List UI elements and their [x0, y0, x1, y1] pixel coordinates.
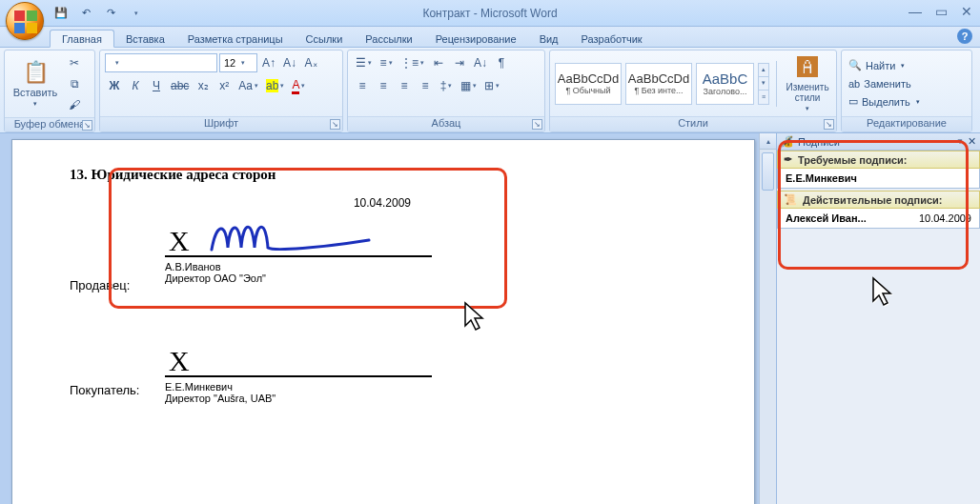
- signature-line-buyer: X: [165, 339, 432, 377]
- required-signer-item[interactable]: Е.Е.Минкевич: [777, 169, 980, 189]
- qat-customize-icon[interactable]: [126, 4, 145, 23]
- bold-button[interactable]: Ж: [105, 76, 124, 95]
- window-title: Контракт - Microsoft Word: [0, 7, 980, 20]
- signer-title: Директор ОАО "Эол": [165, 272, 697, 284]
- underline-button[interactable]: Ч: [147, 76, 166, 95]
- signatures-icon: 🔏: [781, 135, 794, 148]
- tab-insert[interactable]: Вставка: [114, 30, 176, 47]
- redo-icon[interactable]: ↷: [101, 4, 120, 23]
- scroll-thumb[interactable]: [762, 152, 774, 191]
- signature-block-buyer[interactable]: Покупатель: X Е.Е.Минкевич Директор "Auš…: [70, 335, 697, 408]
- clipboard-launcher[interactable]: ↘: [82, 120, 92, 131]
- scroll-up-icon[interactable]: ▴: [760, 133, 776, 150]
- cut-icon[interactable]: ✂: [65, 53, 84, 72]
- signature-date: 10.04.2009: [354, 196, 411, 210]
- tab-pagelayout[interactable]: Разметка страницы: [176, 30, 295, 47]
- signer-name: А.В.Иванов: [165, 261, 697, 272]
- maximize-button[interactable]: ▭: [935, 4, 948, 19]
- document-scrollbar[interactable]: ▴: [759, 133, 776, 504]
- handwritten-signature: [207, 213, 388, 259]
- clear-format-icon[interactable]: Aₓ: [301, 53, 320, 72]
- close-button[interactable]: ✕: [961, 4, 972, 19]
- group-clipboard: 📋 Вставить ▾ ✂ ⧉ 🖌 Буфер обмена↘: [4, 50, 95, 132]
- tab-view[interactable]: Вид: [528, 30, 570, 47]
- decrease-indent-button[interactable]: ⇤: [429, 53, 448, 72]
- group-styles: AaBbCcDd ¶ Обычный AaBbCcDd ¶ Без инте..…: [549, 50, 837, 132]
- panel-header: 🔏 Подписи ▼ ✕: [777, 133, 980, 151]
- style-heading1[interactable]: AaBbC Заголово...: [696, 63, 754, 105]
- font-size-combo[interactable]: 12▾: [219, 53, 257, 72]
- signatures-panel: 🔏 Подписи ▼ ✕ ✒ Требуемые подписи: Е.Е.М…: [776, 133, 980, 504]
- multilevel-button[interactable]: ⋮≡: [398, 53, 427, 72]
- italic-button[interactable]: К: [126, 76, 145, 95]
- copy-icon[interactable]: ⧉: [65, 74, 84, 93]
- group-clipboard-label: Буфер обмена: [14, 118, 86, 130]
- find-icon: 🔍: [848, 59, 862, 71]
- panel-menu-icon[interactable]: ▼: [956, 137, 964, 146]
- signature-x-mark: X: [169, 345, 190, 377]
- paste-label: Вставить: [13, 87, 58, 98]
- styles-launcher[interactable]: ↘: [824, 119, 834, 130]
- change-styles-button[interactable]: 🅰 Изменить стили ▾: [784, 55, 831, 112]
- select-button[interactable]: ▭Выделить▾: [847, 93, 922, 111]
- ribbon: 📋 Вставить ▾ ✂ ⧉ 🖌 Буфер обмена↘ ▾ 12▾ A…: [0, 48, 980, 133]
- tab-home[interactable]: Главная: [50, 30, 114, 48]
- find-button[interactable]: 🔍Найти▾: [847, 57, 922, 74]
- document-area[interactable]: 13. Юридические адреса сторон 10.04.2009…: [0, 133, 776, 504]
- paragraph-launcher[interactable]: ↘: [532, 119, 542, 130]
- sort-button[interactable]: A↓: [471, 53, 490, 72]
- tab-developer[interactable]: Разработчик: [570, 30, 654, 47]
- increase-indent-button[interactable]: ⇥: [450, 53, 469, 72]
- cert-icon: 📜: [784, 193, 797, 206]
- change-styles-icon: 🅰: [797, 55, 818, 80]
- office-button[interactable]: [6, 2, 44, 40]
- font-launcher[interactable]: ↘: [330, 119, 340, 130]
- valid-signer-item[interactable]: Алексей Иван... 10.04.2009: [777, 209, 980, 229]
- tab-mailings[interactable]: Рассылки: [354, 30, 423, 47]
- panel-title: Подписи: [798, 136, 840, 148]
- strike-button[interactable]: abc: [168, 76, 192, 95]
- tab-review[interactable]: Рецензирование: [424, 30, 528, 47]
- subscript-button[interactable]: x₂: [194, 76, 213, 95]
- font-color-button[interactable]: A: [289, 76, 308, 95]
- tab-references[interactable]: Ссылки: [295, 30, 355, 47]
- style-nospacing[interactable]: AaBbCcDd ¶ Без инте...: [625, 63, 692, 105]
- shrink-font-icon[interactable]: A↓: [280, 53, 299, 72]
- line-spacing-button[interactable]: ‡: [437, 76, 456, 95]
- grow-font-icon[interactable]: A↑: [259, 53, 278, 72]
- numbering-button[interactable]: ≡: [377, 53, 396, 72]
- valid-signatures-header: 📜 Действительные подписи:: [777, 191, 980, 209]
- style-normal[interactable]: AaBbCcDd ¶ Обычный: [555, 63, 622, 105]
- signature-line-seller: X: [165, 219, 432, 257]
- quick-access-toolbar: 💾 ↶ ↷: [51, 4, 145, 23]
- change-case-button[interactable]: Aa: [235, 76, 261, 95]
- highlight-button[interactable]: ab: [263, 76, 287, 95]
- signer-title-2: Директор "Aušra, UAB": [165, 393, 697, 404]
- justify-button[interactable]: ≡: [416, 76, 435, 95]
- shading-button[interactable]: ▦: [458, 76, 480, 95]
- align-right-button[interactable]: ≡: [395, 76, 414, 95]
- group-editing: 🔍Найти▾ abЗаменить ▭Выделить▾ Редактиров…: [841, 50, 972, 132]
- save-icon[interactable]: 💾: [51, 4, 71, 23]
- show-marks-button[interactable]: ¶: [492, 53, 511, 72]
- signature-block-seller[interactable]: 10.04.2009 Продавец: X А.В.Иванов Директ…: [70, 196, 697, 288]
- panel-close-icon[interactable]: ✕: [968, 135, 976, 148]
- font-family-combo[interactable]: ▾: [105, 53, 217, 72]
- replace-button[interactable]: abЗаменить: [847, 75, 922, 92]
- align-center-button[interactable]: ≡: [374, 76, 393, 95]
- group-editing-label: Редактирование: [867, 117, 947, 129]
- superscript-button[interactable]: x²: [214, 76, 234, 95]
- format-painter-icon[interactable]: 🖌: [65, 95, 84, 114]
- workspace: 13. Юридические адреса сторон 10.04.2009…: [0, 133, 980, 504]
- select-icon: ▭: [848, 95, 858, 108]
- borders-button[interactable]: ⊞: [481, 76, 502, 95]
- group-paragraph-label: Абзац: [432, 117, 461, 129]
- minimize-button[interactable]: —: [909, 4, 922, 19]
- paste-button[interactable]: 📋 Вставить ▾: [10, 60, 61, 108]
- group-paragraph: ☰ ≡ ⋮≡ ⇤ ⇥ A↓ ¶ ≡ ≡ ≡ ≡ ‡ ▦ ⊞ Абзац↘: [347, 50, 545, 132]
- styles-scroll[interactable]: ▴▾≡: [758, 63, 769, 105]
- bullets-button[interactable]: ☰: [353, 53, 375, 72]
- align-left-button[interactable]: ≡: [353, 76, 372, 95]
- undo-icon[interactable]: ↶: [76, 4, 95, 23]
- help-icon[interactable]: ?: [957, 29, 972, 44]
